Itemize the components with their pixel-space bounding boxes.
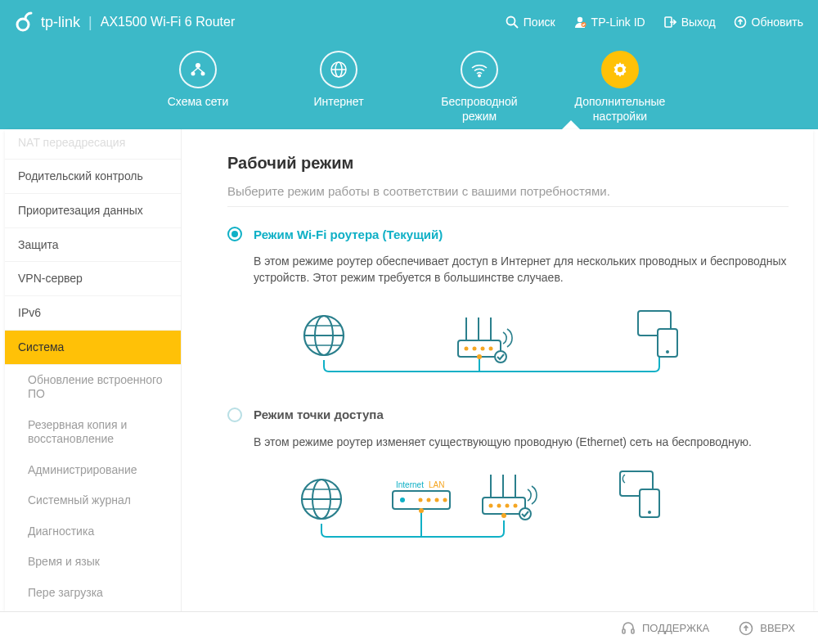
svg-point-7 bbox=[196, 63, 200, 68]
arrow-up-circle-icon bbox=[739, 621, 753, 636]
sidebar-sub-admin[interactable]: Администрирование bbox=[5, 455, 181, 486]
product-name: AX1500 Wi-Fi 6 Router bbox=[101, 15, 236, 29]
sidebar-sub-reboot[interactable]: Пере загрузка bbox=[5, 578, 181, 609]
sidebar-item-security[interactable]: Защита bbox=[5, 228, 181, 263]
svg-point-33 bbox=[666, 350, 669, 354]
svg-point-51 bbox=[506, 503, 510, 507]
sidebar-item-nat[interactable]: NAT переадресация bbox=[5, 129, 181, 160]
mode-router-block: Режим Wi-Fi роутера (Текущий) В этом реж… bbox=[227, 227, 789, 375]
svg-point-26 bbox=[481, 346, 485, 350]
svg-point-49 bbox=[489, 503, 493, 507]
svg-point-57 bbox=[648, 511, 651, 514]
nav-network-map[interactable]: Схема сети bbox=[146, 51, 250, 110]
tplink-id-link[interactable]: TP-Link ID bbox=[573, 16, 645, 29]
headset-icon bbox=[621, 621, 636, 636]
svg-point-27 bbox=[489, 346, 493, 350]
sidebar: NAT переадресация Родительский контроль … bbox=[5, 129, 182, 611]
content-area: Рабочий режим Выберите режим работы в со… bbox=[182, 129, 813, 611]
mode-ap-desc: В этом режиме роутер изменяет существующ… bbox=[254, 434, 789, 450]
mode-router-title: Режим Wi-Fi роутера (Текущий) bbox=[254, 227, 443, 241]
page-title: Рабочий режим bbox=[227, 154, 789, 173]
radio-ap-mode[interactable] bbox=[227, 408, 242, 422]
svg-line-10 bbox=[193, 68, 198, 72]
logout-icon bbox=[663, 16, 676, 29]
mode-ap-title: Режим точки доступа bbox=[254, 408, 384, 421]
svg-rect-59 bbox=[631, 629, 634, 633]
svg-point-30 bbox=[477, 354, 482, 359]
svg-line-11 bbox=[198, 68, 203, 72]
svg-point-28 bbox=[495, 351, 506, 363]
divider: | bbox=[88, 14, 92, 31]
svg-point-25 bbox=[473, 346, 477, 350]
gear-icon bbox=[601, 51, 639, 88]
svg-point-38 bbox=[400, 498, 405, 502]
update-icon bbox=[734, 16, 747, 29]
svg-point-16 bbox=[618, 67, 622, 72]
sidebar-sub-diag[interactable]: Диагностика bbox=[5, 516, 181, 547]
mode-router-desc: В этом режиме роутер обеспечивает доступ… bbox=[254, 253, 789, 286]
svg-point-8 bbox=[191, 72, 196, 76]
router-mode-diagram bbox=[286, 301, 712, 375]
primary-nav: Схема сети Интернет Беспроводной режим Д… bbox=[0, 44, 818, 129]
svg-point-53 bbox=[519, 508, 531, 520]
label-internet: Internet bbox=[396, 480, 424, 489]
support-button[interactable]: ПОДДЕРЖКА bbox=[621, 621, 709, 636]
nav-wireless[interactable]: Беспроводной режим bbox=[427, 51, 532, 124]
main-panel: NAT переадресация Родительский контроль … bbox=[5, 129, 813, 611]
svg-point-39 bbox=[419, 498, 423, 502]
footer: ПОДДЕРЖКА ВВЕРХ bbox=[0, 611, 818, 644]
svg-point-44 bbox=[419, 508, 424, 513]
sidebar-item-parental[interactable]: Родительский контроль bbox=[5, 160, 181, 194]
brand-logo: tp-link bbox=[15, 11, 80, 33]
tplink-logo-icon bbox=[15, 11, 36, 33]
sidebar-sub-backup[interactable]: Резервная копия и восстановление bbox=[5, 410, 181, 455]
sidebar-sub-time[interactable]: Время и язык bbox=[5, 547, 181, 578]
page-subtitle: Выберите режим работы в соответствии с в… bbox=[227, 184, 789, 198]
svg-point-24 bbox=[465, 346, 469, 350]
wifi-icon bbox=[461, 51, 498, 88]
divider bbox=[227, 206, 789, 207]
svg-point-0 bbox=[17, 19, 29, 30]
svg-point-9 bbox=[201, 72, 205, 76]
sidebar-sub-syslog[interactable]: Системный журнал bbox=[5, 485, 181, 516]
svg-rect-58 bbox=[622, 629, 625, 633]
svg-point-54 bbox=[501, 513, 506, 518]
svg-point-3 bbox=[577, 17, 582, 22]
nav-advanced[interactable]: Дополнительные настройки bbox=[568, 51, 672, 124]
mode-ap-block: Режим точки доступа В этом режиме роутер… bbox=[227, 408, 789, 538]
person-icon bbox=[573, 16, 587, 29]
ap-mode-diagram: Internet LAN bbox=[286, 465, 712, 538]
brand-text: tp-link bbox=[41, 14, 80, 31]
sidebar-item-qos[interactable]: Приоритезация данных bbox=[5, 194, 181, 228]
svg-point-42 bbox=[443, 498, 447, 502]
sidebar-item-system[interactable]: Система bbox=[5, 331, 181, 365]
network-map-icon bbox=[179, 51, 217, 88]
scroll-top-button[interactable]: ВВЕРХ bbox=[739, 621, 795, 636]
search-icon bbox=[506, 16, 519, 29]
globe-icon bbox=[320, 51, 357, 88]
svg-point-40 bbox=[427, 498, 431, 502]
svg-point-15 bbox=[479, 74, 480, 76]
sidebar-item-vpn[interactable]: VPN-сервер bbox=[5, 262, 181, 296]
label-lan: LAN bbox=[429, 480, 444, 489]
logout-link[interactable]: Выход bbox=[663, 16, 716, 29]
update-link[interactable]: Обновить bbox=[734, 16, 803, 29]
topbar: tp-link | AX1500 Wi-Fi 6 Router Поиск TP… bbox=[0, 0, 818, 44]
nav-internet[interactable]: Интернет bbox=[286, 51, 391, 110]
svg-point-52 bbox=[514, 503, 518, 507]
svg-point-50 bbox=[497, 503, 501, 507]
radio-router-mode[interactable] bbox=[227, 227, 242, 241]
sidebar-sub-firmware[interactable]: Обновление встроенного ПО bbox=[5, 365, 181, 410]
sidebar-item-ipv6[interactable]: IPv6 bbox=[5, 296, 181, 331]
search-link[interactable]: Поиск bbox=[506, 16, 555, 29]
svg-line-2 bbox=[514, 25, 518, 29]
svg-point-41 bbox=[435, 498, 439, 502]
svg-point-1 bbox=[506, 17, 515, 25]
